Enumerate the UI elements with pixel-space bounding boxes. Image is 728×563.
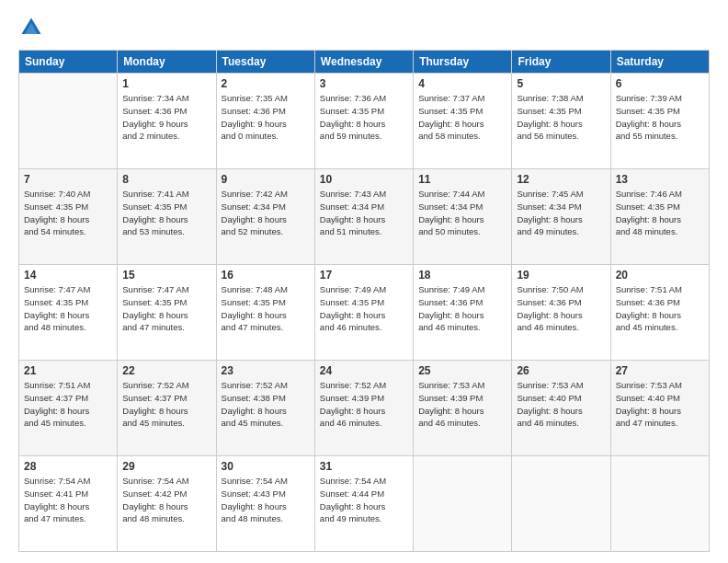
day-info: Sunrise: 7:41 AMSunset: 4:35 PMDaylight:… <box>122 188 210 238</box>
day-cell: 10Sunrise: 7:43 AMSunset: 4:34 PMDayligh… <box>314 169 413 265</box>
day-cell <box>19 74 118 169</box>
day-info: Sunrise: 7:44 AMSunset: 4:34 PMDaylight:… <box>418 188 506 238</box>
week-row-4: 28Sunrise: 7:54 AMSunset: 4:41 PMDayligh… <box>19 456 710 552</box>
day-cell: 29Sunrise: 7:54 AMSunset: 4:42 PMDayligh… <box>118 456 216 552</box>
logo <box>18 15 48 40</box>
day-info: Sunrise: 7:54 AMSunset: 4:43 PMDaylight:… <box>222 475 310 525</box>
day-info: Sunrise: 7:54 AMSunset: 4:42 PMDaylight:… <box>122 475 210 525</box>
day-info: Sunrise: 7:47 AMSunset: 4:35 PMDaylight:… <box>24 283 112 334</box>
day-cell: 13Sunrise: 7:46 AMSunset: 4:35 PMDayligh… <box>610 169 709 265</box>
day-cell: 8Sunrise: 7:41 AMSunset: 4:35 PMDaylight… <box>118 169 216 265</box>
day-cell <box>512 456 610 552</box>
day-info: Sunrise: 7:53 AMSunset: 4:40 PMDaylight:… <box>517 379 605 430</box>
day-cell: 3Sunrise: 7:36 AMSunset: 4:35 PMDaylight… <box>314 74 413 169</box>
day-cell: 31Sunrise: 7:54 AMSunset: 4:44 PMDayligh… <box>314 456 413 552</box>
week-row-0: 1Sunrise: 7:34 AMSunset: 4:36 PMDaylight… <box>19 74 710 169</box>
week-row-1: 7Sunrise: 7:40 AMSunset: 4:35 PMDaylight… <box>19 169 710 265</box>
day-number: 21 <box>24 364 112 377</box>
logo-icon <box>18 15 44 40</box>
day-cell: 23Sunrise: 7:52 AMSunset: 4:38 PMDayligh… <box>216 361 314 456</box>
day-cell: 6Sunrise: 7:39 AMSunset: 4:35 PMDaylight… <box>610 74 709 169</box>
day-number: 2 <box>222 77 310 90</box>
weekday-header-tuesday: Tuesday <box>216 51 314 74</box>
day-number: 16 <box>222 269 310 282</box>
day-info: Sunrise: 7:49 AMSunset: 4:35 PMDaylight:… <box>320 283 408 334</box>
day-number: 27 <box>616 364 704 377</box>
day-info: Sunrise: 7:52 AMSunset: 4:39 PMDaylight:… <box>320 379 408 430</box>
day-number: 20 <box>616 269 704 282</box>
day-number: 14 <box>24 269 112 282</box>
day-number: 8 <box>122 173 210 186</box>
day-cell: 9Sunrise: 7:42 AMSunset: 4:34 PMDaylight… <box>216 169 314 265</box>
day-info: Sunrise: 7:53 AMSunset: 4:39 PMDaylight:… <box>418 379 506 430</box>
day-info: Sunrise: 7:50 AMSunset: 4:36 PMDaylight:… <box>517 283 605 334</box>
day-cell: 15Sunrise: 7:47 AMSunset: 4:35 PMDayligh… <box>118 265 216 361</box>
week-row-2: 14Sunrise: 7:47 AMSunset: 4:35 PMDayligh… <box>19 265 710 361</box>
day-cell <box>610 456 709 552</box>
page: SundayMondayTuesdayWednesdayThursdayFrid… <box>0 0 728 563</box>
day-info: Sunrise: 7:54 AMSunset: 4:41 PMDaylight:… <box>24 475 112 525</box>
day-cell: 17Sunrise: 7:49 AMSunset: 4:35 PMDayligh… <box>314 265 413 361</box>
day-cell: 12Sunrise: 7:45 AMSunset: 4:34 PMDayligh… <box>512 169 610 265</box>
day-cell: 20Sunrise: 7:51 AMSunset: 4:36 PMDayligh… <box>610 265 709 361</box>
day-cell: 21Sunrise: 7:51 AMSunset: 4:37 PMDayligh… <box>19 361 118 456</box>
day-info: Sunrise: 7:46 AMSunset: 4:35 PMDaylight:… <box>616 188 704 238</box>
day-info: Sunrise: 7:37 AMSunset: 4:35 PMDaylight:… <box>418 92 506 143</box>
day-cell: 1Sunrise: 7:34 AMSunset: 4:36 PMDaylight… <box>118 74 216 169</box>
day-info: Sunrise: 7:52 AMSunset: 4:37 PMDaylight:… <box>122 379 210 430</box>
day-info: Sunrise: 7:38 AMSunset: 4:35 PMDaylight:… <box>517 92 605 143</box>
weekday-header-sunday: Sunday <box>19 51 118 74</box>
day-cell: 11Sunrise: 7:44 AMSunset: 4:34 PMDayligh… <box>414 169 512 265</box>
day-info: Sunrise: 7:47 AMSunset: 4:35 PMDaylight:… <box>122 283 210 334</box>
day-cell: 30Sunrise: 7:54 AMSunset: 4:43 PMDayligh… <box>216 456 314 552</box>
day-info: Sunrise: 7:35 AMSunset: 4:36 PMDaylight:… <box>222 92 310 143</box>
day-number: 31 <box>320 460 408 473</box>
day-number: 13 <box>616 173 704 186</box>
day-cell: 2Sunrise: 7:35 AMSunset: 4:36 PMDaylight… <box>216 74 314 169</box>
day-number: 1 <box>122 77 210 90</box>
week-row-3: 21Sunrise: 7:51 AMSunset: 4:37 PMDayligh… <box>19 361 710 456</box>
day-number: 11 <box>418 173 506 186</box>
day-cell: 14Sunrise: 7:47 AMSunset: 4:35 PMDayligh… <box>19 265 118 361</box>
day-cell: 24Sunrise: 7:52 AMSunset: 4:39 PMDayligh… <box>314 361 413 456</box>
day-cell: 28Sunrise: 7:54 AMSunset: 4:41 PMDayligh… <box>19 456 118 552</box>
day-number: 7 <box>24 173 112 186</box>
weekday-header-monday: Monday <box>118 51 216 74</box>
header <box>18 15 710 40</box>
day-cell: 22Sunrise: 7:52 AMSunset: 4:37 PMDayligh… <box>118 361 216 456</box>
day-info: Sunrise: 7:54 AMSunset: 4:44 PMDaylight:… <box>320 475 408 525</box>
day-info: Sunrise: 7:36 AMSunset: 4:35 PMDaylight:… <box>320 92 408 143</box>
day-info: Sunrise: 7:34 AMSunset: 4:36 PMDaylight:… <box>122 92 210 143</box>
day-number: 22 <box>122 364 210 377</box>
day-number: 29 <box>122 460 210 473</box>
day-info: Sunrise: 7:51 AMSunset: 4:36 PMDaylight:… <box>616 283 704 334</box>
day-cell: 27Sunrise: 7:53 AMSunset: 4:40 PMDayligh… <box>610 361 709 456</box>
day-number: 26 <box>517 364 605 377</box>
day-cell: 4Sunrise: 7:37 AMSunset: 4:35 PMDaylight… <box>414 74 512 169</box>
day-info: Sunrise: 7:42 AMSunset: 4:34 PMDaylight:… <box>222 188 310 238</box>
weekday-header-thursday: Thursday <box>414 51 512 74</box>
day-cell: 25Sunrise: 7:53 AMSunset: 4:39 PMDayligh… <box>414 361 512 456</box>
day-cell: 16Sunrise: 7:48 AMSunset: 4:35 PMDayligh… <box>216 265 314 361</box>
day-number: 19 <box>517 269 605 282</box>
day-cell: 5Sunrise: 7:38 AMSunset: 4:35 PMDaylight… <box>512 74 610 169</box>
day-number: 17 <box>320 269 408 282</box>
calendar-table: SundayMondayTuesdayWednesdayThursdayFrid… <box>18 50 710 552</box>
day-info: Sunrise: 7:49 AMSunset: 4:36 PMDaylight:… <box>418 283 506 334</box>
weekday-header-wednesday: Wednesday <box>314 51 413 74</box>
day-cell <box>414 456 512 552</box>
day-number: 25 <box>418 364 506 377</box>
weekday-header-saturday: Saturday <box>610 51 709 74</box>
weekday-header-row: SundayMondayTuesdayWednesdayThursdayFrid… <box>19 51 710 74</box>
day-info: Sunrise: 7:52 AMSunset: 4:38 PMDaylight:… <box>222 379 310 430</box>
day-number: 10 <box>320 173 408 186</box>
day-cell: 26Sunrise: 7:53 AMSunset: 4:40 PMDayligh… <box>512 361 610 456</box>
day-number: 4 <box>418 77 506 90</box>
day-number: 9 <box>222 173 310 186</box>
day-number: 28 <box>24 460 112 473</box>
day-number: 5 <box>517 77 605 90</box>
day-info: Sunrise: 7:48 AMSunset: 4:35 PMDaylight:… <box>222 283 310 334</box>
day-number: 18 <box>418 269 506 282</box>
day-info: Sunrise: 7:53 AMSunset: 4:40 PMDaylight:… <box>616 379 704 430</box>
day-number: 6 <box>616 77 704 90</box>
